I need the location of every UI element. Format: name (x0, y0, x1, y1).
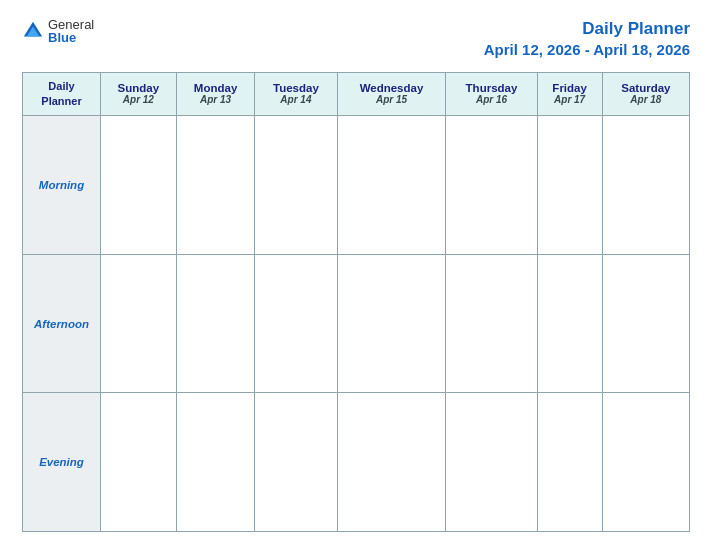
monday-header: Monday Apr 13 (176, 72, 255, 116)
header-row: Daily Planner Sunday Apr 12 Monday Apr 1… (23, 72, 690, 116)
evening-sunday[interactable] (101, 393, 177, 532)
evening-row: Evening (23, 393, 690, 532)
afternoon-thursday[interactable] (446, 254, 537, 393)
evening-monday[interactable] (176, 393, 255, 532)
logo-text: General Blue (48, 18, 94, 44)
afternoon-sunday[interactable] (101, 254, 177, 393)
afternoon-friday[interactable] (537, 254, 602, 393)
wednesday-header: Wednesday Apr 15 (337, 72, 446, 116)
afternoon-wednesday[interactable] (337, 254, 446, 393)
planner-title: Daily Planner (484, 18, 690, 40)
afternoon-tuesday[interactable] (255, 254, 337, 393)
sunday-header: Sunday Apr 12 (101, 72, 177, 116)
morning-label: Morning (23, 116, 101, 255)
label-column-header: Daily Planner (23, 72, 101, 116)
planner-table: Daily Planner Sunday Apr 12 Monday Apr 1… (22, 72, 690, 532)
evening-thursday[interactable] (446, 393, 537, 532)
afternoon-saturday[interactable] (602, 254, 689, 393)
afternoon-label: Afternoon (23, 254, 101, 393)
tuesday-header: Tuesday Apr 14 (255, 72, 337, 116)
afternoon-row: Afternoon (23, 254, 690, 393)
morning-wednesday[interactable] (337, 116, 446, 255)
afternoon-monday[interactable] (176, 254, 255, 393)
header-right: Daily Planner April 12, 2026 - April 18,… (484, 18, 690, 60)
evening-wednesday[interactable] (337, 393, 446, 532)
morning-monday[interactable] (176, 116, 255, 255)
logo-blue: Blue (48, 31, 94, 44)
evening-friday[interactable] (537, 393, 602, 532)
evening-label: Evening (23, 393, 101, 532)
label-header: Daily Planner (27, 79, 96, 110)
friday-header: Friday Apr 17 (537, 72, 602, 116)
logo: General Blue (22, 18, 94, 44)
morning-sunday[interactable] (101, 116, 177, 255)
date-range: April 12, 2026 - April 18, 2026 (484, 40, 690, 60)
morning-saturday[interactable] (602, 116, 689, 255)
saturday-header: Saturday Apr 18 (602, 72, 689, 116)
generalblue-logo-icon (22, 20, 44, 42)
evening-tuesday[interactable] (255, 393, 337, 532)
evening-saturday[interactable] (602, 393, 689, 532)
header: General Blue Daily Planner April 12, 202… (22, 18, 690, 60)
morning-friday[interactable] (537, 116, 602, 255)
page: General Blue Daily Planner April 12, 202… (0, 0, 712, 550)
thursday-header: Thursday Apr 16 (446, 72, 537, 116)
morning-thursday[interactable] (446, 116, 537, 255)
morning-row: Morning (23, 116, 690, 255)
morning-tuesday[interactable] (255, 116, 337, 255)
